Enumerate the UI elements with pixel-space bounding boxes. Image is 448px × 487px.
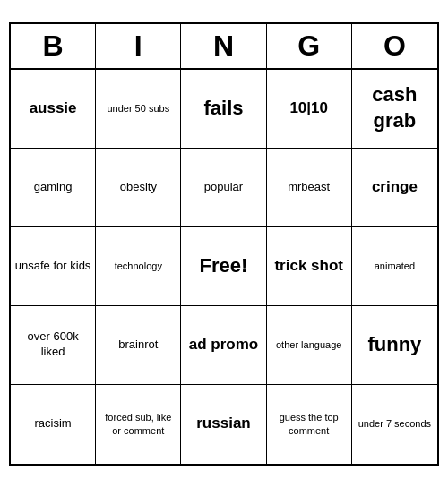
- bingo-cell[interactable]: guess the top comment: [267, 385, 352, 464]
- header-letter: B: [11, 24, 96, 68]
- bingo-cell[interactable]: 10|10: [267, 70, 352, 149]
- bingo-cell[interactable]: brainrot: [96, 306, 181, 385]
- bingo-cell[interactable]: mrbeast: [267, 149, 352, 227]
- bingo-cell[interactable]: under 7 seconds: [352, 385, 437, 464]
- bingo-cell[interactable]: forced sub, like or comment: [96, 385, 181, 464]
- bingo-header: BINGO: [11, 24, 437, 70]
- bingo-cell[interactable]: cringe: [352, 149, 437, 227]
- bingo-cell[interactable]: gaming: [11, 149, 96, 227]
- bingo-cell[interactable]: over 600k liked: [11, 306, 96, 385]
- bingo-cell[interactable]: other language: [267, 306, 352, 385]
- bingo-cell[interactable]: Free!: [181, 227, 266, 306]
- bingo-cell[interactable]: racisim: [11, 385, 96, 464]
- bingo-cell[interactable]: fails: [181, 70, 266, 149]
- bingo-cell[interactable]: ad promo: [181, 306, 266, 385]
- bingo-grid: aussieunder 50 subsfails10|10cash grabga…: [11, 70, 437, 464]
- bingo-cell[interactable]: popular: [181, 149, 266, 227]
- bingo-cell[interactable]: technology: [96, 227, 181, 306]
- bingo-cell[interactable]: under 50 subs: [96, 70, 181, 149]
- bingo-cell[interactable]: funny: [352, 306, 437, 385]
- bingo-cell[interactable]: cash grab: [352, 70, 437, 149]
- bingo-cell[interactable]: unsafe for kids: [11, 227, 96, 306]
- bingo-card: BINGO aussieunder 50 subsfails10|10cash …: [9, 22, 439, 466]
- bingo-cell[interactable]: trick shot: [267, 227, 352, 306]
- bingo-cell[interactable]: russian: [181, 385, 266, 464]
- header-letter: G: [267, 24, 352, 68]
- bingo-cell[interactable]: aussie: [11, 70, 96, 149]
- header-letter: O: [352, 24, 437, 68]
- header-letter: N: [181, 24, 266, 68]
- header-letter: I: [96, 24, 181, 68]
- bingo-cell[interactable]: animated: [352, 227, 437, 306]
- bingo-cell[interactable]: obesity: [96, 149, 181, 227]
